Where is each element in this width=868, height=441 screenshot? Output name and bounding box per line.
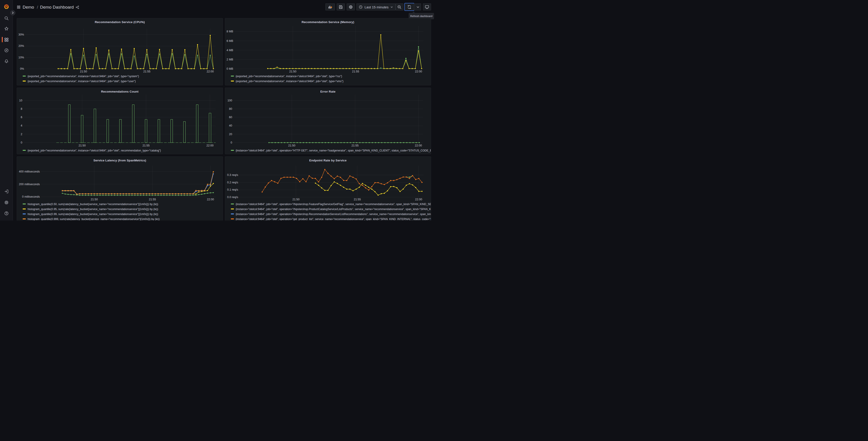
svg-text:22:00: 22:00 <box>415 198 422 201</box>
svg-text:20: 20 <box>229 133 232 136</box>
svg-text:0.1 req/s: 0.1 req/s <box>227 188 238 191</box>
svg-text:21:55: 21:55 <box>352 70 359 73</box>
svg-text:21:55: 21:55 <box>143 144 150 147</box>
svg-text:22:00: 22:00 <box>207 70 214 73</box>
svg-text:21:55: 21:55 <box>143 70 150 73</box>
svg-text:22:00: 22:00 <box>206 144 213 147</box>
svg-text:0.2 req/s: 0.2 req/s <box>227 181 238 184</box>
svg-text:21:50: 21:50 <box>292 198 299 201</box>
svg-text:0: 0 <box>21 141 22 144</box>
svg-text:20%: 20% <box>18 45 24 48</box>
svg-text:0.3 req/s: 0.3 req/s <box>227 173 238 177</box>
svg-text:40: 40 <box>229 124 232 127</box>
svg-text:6 MB: 6 MB <box>226 39 233 42</box>
svg-text:0%: 0% <box>20 67 24 70</box>
svg-text:21:55: 21:55 <box>354 198 361 201</box>
svg-text:100: 100 <box>227 99 232 102</box>
svg-text:10: 10 <box>19 99 22 102</box>
svg-text:21:50: 21:50 <box>79 144 86 147</box>
svg-text:0.0 req/s: 0.0 req/s <box>227 196 238 199</box>
svg-text:10%: 10% <box>18 56 24 59</box>
svg-text:8: 8 <box>21 107 22 110</box>
svg-text:21:50: 21:50 <box>80 70 87 73</box>
svg-text:2 MB: 2 MB <box>226 58 233 61</box>
svg-text:21:55: 21:55 <box>351 144 359 147</box>
svg-text:400 milliseconds: 400 milliseconds <box>19 170 40 173</box>
svg-text:0 milliseconds: 0 milliseconds <box>22 195 40 198</box>
svg-text:200 milliseconds: 200 milliseconds <box>19 182 40 186</box>
svg-text:60: 60 <box>229 116 232 119</box>
svg-text:8 MB: 8 MB <box>226 30 233 33</box>
svg-text:22:00: 22:00 <box>207 198 214 201</box>
svg-text:30%: 30% <box>18 33 24 36</box>
svg-text:22:00: 22:00 <box>415 144 422 147</box>
svg-text:21:50: 21:50 <box>288 144 295 147</box>
svg-text:21:55: 21:55 <box>149 198 156 201</box>
svg-text:0 MB: 0 MB <box>226 67 233 70</box>
svg-text:6: 6 <box>21 116 22 119</box>
svg-text:0: 0 <box>230 141 232 144</box>
svg-text:22:00: 22:00 <box>415 70 422 73</box>
svg-text:80: 80 <box>229 107 232 110</box>
svg-text:4: 4 <box>21 124 22 127</box>
svg-text:21:50: 21:50 <box>289 70 296 73</box>
svg-text:4 MB: 4 MB <box>226 49 233 52</box>
svg-text:21:50: 21:50 <box>91 198 98 201</box>
svg-text:2: 2 <box>21 133 22 136</box>
